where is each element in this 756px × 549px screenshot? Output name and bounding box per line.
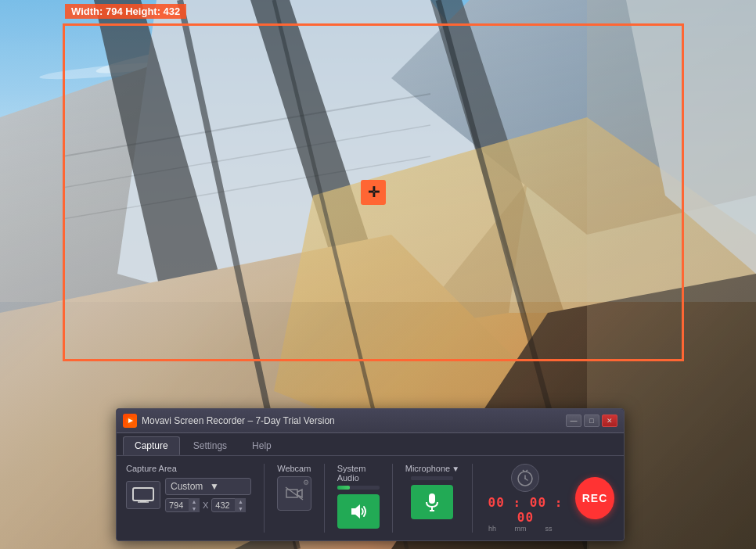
system-audio-section: System Audio	[337, 464, 380, 533]
microphone-label: Microphone	[405, 464, 450, 473]
dimension-inputs: ▲ ▼ X ▲ ▼	[165, 498, 251, 512]
webcam-off-icon	[285, 486, 304, 501]
recorder-panel: Movavi Screen Recorder – 7-Day Trial Ver…	[116, 408, 625, 541]
dimension-x-separator: X	[203, 501, 208, 510]
timer-section: 00 : 00 : 00 hh mm ss	[485, 464, 566, 533]
capture-mode-value: Custom	[171, 481, 207, 492]
screen-select-button[interactable]	[126, 481, 160, 509]
width-input-wrapper: ▲ ▼	[165, 498, 200, 512]
tab-settings[interactable]: Settings	[182, 436, 239, 455]
capture-controls: Custom ▼ ▲ ▼ X	[126, 478, 251, 512]
speaker-icon	[349, 502, 368, 521]
timer-colon1: :	[513, 495, 530, 510]
webcam-gear-icon: ⚙	[303, 479, 309, 486]
divider-1	[264, 464, 265, 533]
timer-unit-labels: hh mm ss	[485, 525, 566, 533]
maximize-button[interactable]: □	[584, 414, 599, 427]
timer-colon2: :	[555, 495, 563, 510]
svg-line-34	[525, 479, 527, 480]
height-down-button[interactable]: ▼	[235, 505, 246, 512]
app-icon	[123, 414, 137, 428]
minimize-button[interactable]: —	[566, 414, 581, 427]
panel-content: Capture Area Custom ▼	[117, 456, 624, 540]
capture-area-section: Capture Area Custom ▼	[126, 464, 251, 533]
webcam-button[interactable]: ⚙	[277, 476, 311, 511]
svg-marker-28	[351, 504, 360, 518]
system-audio-label: System Audio	[337, 464, 380, 483]
height-up-button[interactable]: ▲	[235, 498, 246, 505]
tab-help[interactable]: Help	[240, 436, 283, 455]
system-audio-level-fill	[337, 486, 350, 490]
system-audio-level-bar	[337, 486, 380, 490]
timer-display: 00 : 00 : 00 hh mm ss	[485, 495, 566, 533]
microphone-dropdown-arrow[interactable]: ▼	[452, 465, 459, 473]
tab-capture[interactable]: Capture	[123, 436, 180, 455]
height-spinners: ▲ ▼	[235, 498, 246, 512]
width-spinners: ▲ ▼	[189, 498, 200, 512]
width-down-button[interactable]: ▼	[189, 505, 200, 512]
microphone-section: Microphone ▼	[405, 464, 459, 533]
width-up-button[interactable]: ▲	[189, 498, 200, 505]
nav-tabs: Capture Settings Help	[117, 433, 624, 456]
window-controls: — □ ✕	[566, 414, 617, 427]
capture-rectangle: Width: 794 Height: 432 ✛	[63, 23, 684, 361]
window-title: Movavi Screen Recorder – 7-Day Trial Ver…	[142, 415, 566, 426]
timer-time: 00 : 00 : 00	[485, 495, 566, 525]
system-audio-button[interactable]	[337, 494, 380, 529]
capture-mode-dropdown[interactable]: Custom ▼	[165, 478, 251, 495]
divider-4	[472, 464, 473, 533]
dropdown-arrow-icon: ▼	[210, 481, 246, 492]
divider-2	[324, 464, 325, 533]
move-icon: ✛	[368, 185, 380, 199]
clock-icon	[516, 468, 535, 487]
svg-rect-29	[429, 493, 435, 504]
timer-ss-label: ss	[542, 525, 556, 533]
divider-3	[392, 464, 393, 533]
rec-button[interactable]: REC	[575, 477, 614, 519]
rec-button-label: REC	[582, 492, 608, 504]
timer-icon	[511, 464, 539, 492]
svg-rect-24	[133, 488, 153, 501]
capture-area-label: Capture Area	[126, 464, 251, 473]
capture-rect-label: Width: 794 Height: 432	[65, 4, 186, 19]
microphone-header: Microphone ▼	[405, 464, 459, 473]
close-button[interactable]: ✕	[602, 414, 617, 427]
microphone-button[interactable]	[411, 485, 453, 519]
timer-ss: 00	[517, 510, 534, 525]
move-cursor-indicator[interactable]: ✛	[361, 180, 386, 205]
webcam-section: Webcam ⚙	[277, 464, 311, 533]
capture-mode-container: Custom ▼ ▲ ▼ X	[165, 478, 251, 512]
timer-mm: 00	[530, 495, 546, 510]
height-input-wrapper: ▲ ▼	[211, 498, 246, 512]
monitor-icon	[132, 487, 154, 503]
timer-mm-label: mm	[513, 525, 527, 533]
timer-hh-label: hh	[485, 525, 499, 533]
mic-level-bar	[411, 476, 453, 480]
webcam-label: Webcam	[277, 464, 311, 473]
title-bar: Movavi Screen Recorder – 7-Day Trial Ver…	[117, 409, 624, 433]
timer-hh: 00	[488, 495, 505, 510]
microphone-icon	[424, 493, 440, 511]
